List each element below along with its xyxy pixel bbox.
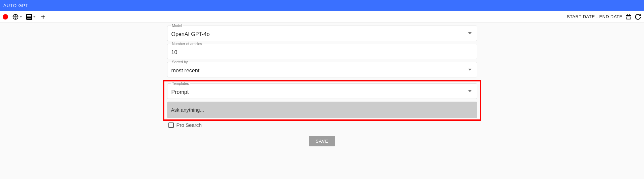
model-label: Model [171, 24, 184, 28]
pro-search-label: Pro Search [176, 122, 202, 128]
sorted-by-select[interactable]: Sorted by most recent [167, 62, 477, 77]
svg-rect-5 [626, 17, 631, 19]
save-button[interactable]: SAVE [309, 136, 335, 146]
templates-value: Prompt [171, 86, 189, 97]
num-articles-field[interactable]: Number of articles [167, 44, 477, 59]
app-header: AUTO GPT [0, 0, 644, 11]
toolbar-left [3, 13, 46, 20]
doc-dropdown[interactable] [26, 14, 36, 20]
svg-rect-4 [630, 14, 630, 15]
prompt-textarea[interactable]: Ask anything... [167, 102, 477, 118]
highlighted-section: Templates Prompt Ask anything... [163, 80, 481, 121]
refresh-icon[interactable] [635, 13, 641, 20]
app-title: AUTO GPT [3, 3, 28, 8]
toolbar: START DATE - END DATE [0, 11, 644, 23]
chevron-down-icon [468, 69, 472, 71]
sorted-by-label: Sorted by [171, 60, 189, 64]
chevron-down-icon [468, 90, 472, 92]
toolbar-right: START DATE - END DATE [567, 13, 641, 20]
num-articles-input[interactable] [171, 46, 473, 57]
globe-icon [12, 13, 19, 20]
pro-search-checkbox[interactable] [168, 122, 174, 128]
save-row: SAVE [167, 136, 477, 146]
chevron-down-icon [20, 16, 22, 17]
chevron-down-icon [468, 32, 472, 34]
record-icon[interactable] [3, 14, 8, 20]
svg-rect-2 [626, 15, 631, 16]
svg-rect-3 [627, 14, 628, 15]
sorted-by-value: most recent [171, 64, 200, 75]
add-button[interactable] [40, 13, 46, 20]
calendar-icon[interactable] [625, 13, 632, 20]
svg-rect-6 [626, 16, 631, 17]
document-icon [26, 14, 32, 20]
templates-label: Templates [171, 81, 190, 85]
main-content: Model OpenAI GPT-4o Number of articles S… [0, 23, 644, 146]
date-range-label: START DATE - END DATE [567, 14, 622, 19]
templates-select[interactable]: Templates Prompt [167, 83, 477, 99]
form-container: Model OpenAI GPT-4o Number of articles S… [167, 26, 477, 146]
num-articles-label: Number of articles [171, 42, 203, 46]
pro-search-row[interactable]: Pro Search [167, 121, 477, 128]
model-select[interactable]: Model OpenAI GPT-4o [167, 26, 477, 41]
model-value: OpenAI GPT-4o [171, 28, 210, 39]
chevron-down-icon [33, 16, 36, 17]
globe-dropdown[interactable] [12, 13, 22, 20]
